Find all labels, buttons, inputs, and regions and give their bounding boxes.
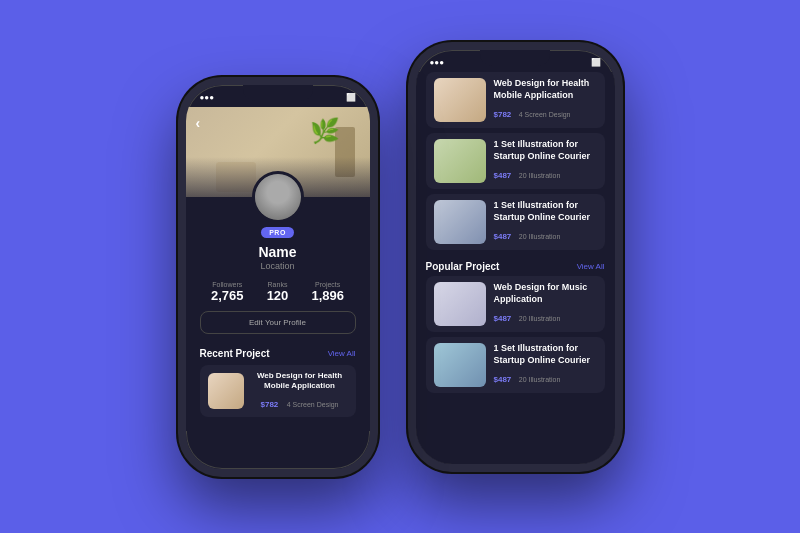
- recent-section-header: Recent Project View All: [200, 342, 356, 365]
- recent-section-title: Recent Project: [200, 348, 270, 359]
- phone2-card-2-price: $487: [494, 171, 512, 180]
- popular-card-2-price: $487: [494, 375, 512, 384]
- stat-projects: Projects 1,896: [311, 281, 344, 303]
- thumb-s1-img: [434, 139, 486, 183]
- profile-location: Location: [200, 261, 356, 271]
- phone2-popular-list: Web Design for Music Application $487 20…: [416, 276, 615, 393]
- phone2-card-2-info: 1 Set Illustration for Startup Online Co…: [494, 139, 597, 182]
- phone2-card-2-title: 1 Set Illustration for Startup Online Co…: [494, 139, 597, 162]
- phone2-card-3-info: 1 Set Illustration for Startup Online Co…: [494, 200, 597, 243]
- recent-project-type: 4 Screen Design: [287, 401, 339, 408]
- phone2-card-3[interactable]: 1 Set Illustration for Startup Online Co…: [426, 194, 605, 250]
- phone2-thumb-2: [434, 139, 486, 183]
- phone2-card-2-type: 20 Illustration: [519, 172, 561, 179]
- stats-row: Followers 2,765 Ranks 120 Projects 1,896: [200, 271, 356, 311]
- phone-2: ●●● ⬜ Web Design for Health Mobile Appli…: [408, 42, 623, 472]
- popular-card-2-type: 20 Illustration: [519, 376, 561, 383]
- popular-card-2[interactable]: 1 Set Illustration for Startup Online Co…: [426, 337, 605, 393]
- hero-plant: 🌿: [310, 117, 340, 145]
- phone2-card-1-info: Web Design for Health Mobile Application…: [494, 78, 597, 121]
- popular-card-2-info: 1 Set Illustration for Startup Online Co…: [494, 343, 597, 386]
- phone2-top-list: Web Design for Health Mobile Application…: [416, 72, 615, 250]
- popular-card-2-title: 1 Set Illustration for Startup Online Co…: [494, 343, 597, 366]
- phone2-content: Web Design for Health Mobile Application…: [416, 72, 615, 472]
- projects-value: 1,896: [311, 288, 344, 303]
- phone2-card-1-title: Web Design for Health Mobile Application: [494, 78, 597, 101]
- profile-name: Name: [200, 244, 356, 260]
- popular-section-title: Popular Project: [426, 261, 500, 272]
- phone2-thumb-1: [434, 78, 486, 122]
- profile-section: PRO Name Location Followers 2,765 Ranks …: [186, 197, 370, 432]
- popular-card-1[interactable]: Web Design for Music Application $487 20…: [426, 276, 605, 332]
- phone-1: ●●● ⬜ 🌿 ‹ PRO Name Location Followers: [178, 77, 378, 477]
- popular-card-1-title: Web Design for Music Application: [494, 282, 597, 305]
- phone2-notch: [480, 50, 550, 66]
- thumb-s3-img: [434, 343, 486, 387]
- edit-profile-button[interactable]: Edit Your Profile: [200, 311, 356, 334]
- phone2-signal: ●●●: [430, 58, 445, 67]
- thumb-health-img: [208, 373, 244, 409]
- popular-thumb-1: [434, 282, 486, 326]
- phone2-card-1[interactable]: Web Design for Health Mobile Application…: [426, 72, 605, 128]
- recent-project-info: Web Design for Health Mobile Application…: [252, 371, 348, 412]
- popular-thumb-2: [434, 343, 486, 387]
- phone1-notch: [243, 85, 313, 101]
- phone2-battery: ⬜: [591, 58, 601, 67]
- followers-label: Followers: [211, 281, 244, 288]
- stat-followers: Followers 2,765: [211, 281, 244, 303]
- avatar-image: [255, 174, 301, 220]
- popular-card-1-info: Web Design for Music Application $487 20…: [494, 282, 597, 325]
- stat-ranks: Ranks 120: [267, 281, 289, 303]
- popular-card-1-type: 20 Illustration: [519, 315, 561, 322]
- avatar-wrap: PRO: [200, 197, 356, 238]
- ranks-value: 120: [267, 288, 289, 303]
- ranks-label: Ranks: [267, 281, 289, 288]
- recent-project-thumb: [208, 373, 244, 409]
- phone2-card-2[interactable]: 1 Set Illustration for Startup Online Co…: [426, 133, 605, 189]
- recent-project-title: Web Design for Health Mobile Application: [252, 371, 348, 392]
- thumb-h1-img: [434, 78, 486, 122]
- pro-badge: PRO: [261, 227, 294, 238]
- thumb-s2-img: [434, 200, 486, 244]
- phone2-card-1-price: $782: [494, 110, 512, 119]
- followers-value: 2,765: [211, 288, 244, 303]
- popular-section-header: Popular Project View All: [416, 255, 615, 276]
- phone1-battery: ⬜: [346, 93, 356, 102]
- recent-project-card[interactable]: Web Design for Health Mobile Application…: [200, 365, 356, 418]
- projects-label: Projects: [311, 281, 344, 288]
- avatar: [252, 171, 304, 223]
- phone2-thumb-3: [434, 200, 486, 244]
- recent-project-price: $782: [260, 400, 278, 409]
- phone2-card-1-type: 4 Screen Design: [519, 111, 571, 118]
- thumb-m1-img: [434, 282, 486, 326]
- phones-container: ●●● ⬜ 🌿 ‹ PRO Name Location Followers: [178, 57, 623, 477]
- phone2-card-3-title: 1 Set Illustration for Startup Online Co…: [494, 200, 597, 223]
- popular-view-all[interactable]: View All: [577, 262, 605, 271]
- phone2-card-3-price: $487: [494, 232, 512, 241]
- recent-view-all[interactable]: View All: [328, 349, 356, 358]
- phone2-card-3-type: 20 Illustration: [519, 233, 561, 240]
- back-button[interactable]: ‹: [196, 115, 201, 131]
- phone1-signal: ●●●: [200, 93, 215, 102]
- popular-card-1-price: $487: [494, 314, 512, 323]
